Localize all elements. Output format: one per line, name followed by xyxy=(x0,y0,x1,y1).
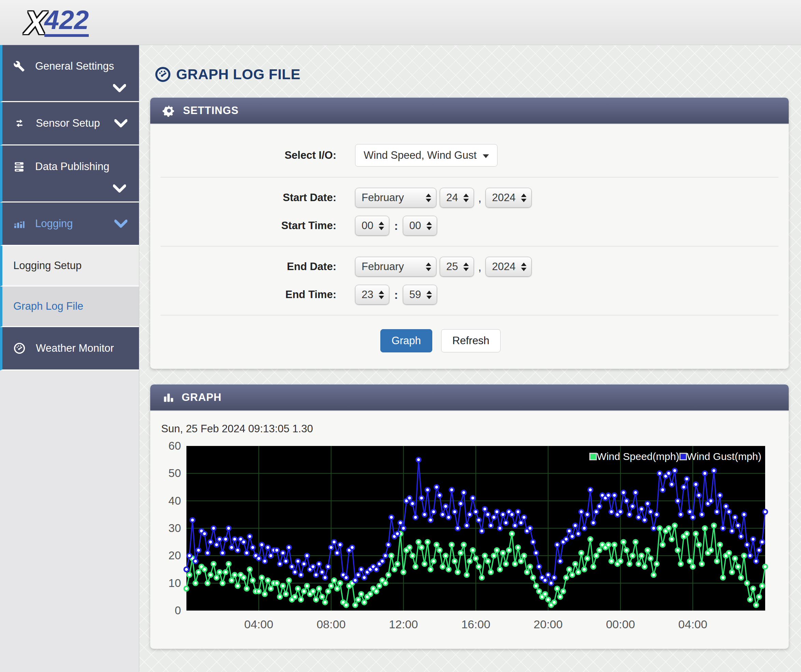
settings-panel-header: SETTINGS xyxy=(150,98,789,124)
chevron-down-icon xyxy=(113,84,126,92)
sidebar-filler xyxy=(0,370,139,672)
divider xyxy=(161,315,778,315)
end-hour-select[interactable]: 23 xyxy=(355,285,389,305)
svg-text:30: 30 xyxy=(168,522,181,534)
svg-text:08:00: 08:00 xyxy=(317,618,346,631)
spinner-arrows-icon xyxy=(463,194,469,202)
sidebar-item-label: Weather Monitor xyxy=(36,342,114,354)
start-time-label: Start Time: xyxy=(150,220,355,232)
wind-speed-legend-swatch xyxy=(589,453,597,460)
bars-icon xyxy=(13,218,25,230)
start-hour-select[interactable]: 00 xyxy=(355,216,389,236)
svg-text:04:00: 04:00 xyxy=(679,618,708,631)
sidebar-item-general-settings[interactable]: General Settings xyxy=(0,45,139,102)
select-io-value: Wind Speed, Wind Gust xyxy=(364,149,477,161)
spinner-arrows-icon xyxy=(521,194,526,202)
sidebar-item-logging-setup[interactable]: Logging Setup xyxy=(0,246,139,286)
end-minute-select[interactable]: 59 xyxy=(403,285,437,305)
select-io-dropdown[interactable]: Wind Speed, Wind Gust xyxy=(355,144,497,167)
graph-button[interactable]: Graph xyxy=(380,329,432,352)
refresh-button[interactable]: Refresh xyxy=(441,329,501,352)
dropdown-caret-icon xyxy=(483,154,489,158)
logo-x-glyph: X xyxy=(24,9,47,37)
end-date-label: End Date: xyxy=(150,260,355,273)
start-month-value: February xyxy=(362,191,404,204)
time-colon: : xyxy=(394,288,398,302)
svg-text:20:00: 20:00 xyxy=(534,618,563,631)
start-day-value: 24 xyxy=(446,191,458,204)
end-day-value: 25 xyxy=(446,260,458,273)
wind-chart-canvas: 010203040506004:0008:0012:0016:0020:0000… xyxy=(160,441,778,636)
start-hour-value: 00 xyxy=(362,220,373,232)
divider xyxy=(161,246,778,246)
wrench-icon xyxy=(13,60,25,72)
spinner-arrows-icon xyxy=(426,222,432,230)
wind-chart: 010203040506004:0008:0012:0016:0020:0000… xyxy=(160,441,778,637)
svg-text:00:00: 00:00 xyxy=(606,618,635,631)
graph-panel-header: GRAPH xyxy=(150,384,789,411)
start-date-row: Start Date: February 24 , 2024 xyxy=(150,188,789,207)
settings-actions: Graph Refresh xyxy=(150,329,760,352)
start-day-select[interactable]: 24 xyxy=(440,188,474,207)
chevron-down-icon xyxy=(114,220,127,228)
select-io-label: Select I/O: xyxy=(150,149,355,161)
start-time-row: Start Time: 00 : 00 xyxy=(150,216,789,236)
end-day-select[interactable]: 25 xyxy=(440,257,474,277)
swap-arrows-icon xyxy=(13,117,26,129)
bar-chart-icon xyxy=(162,392,174,403)
svg-text:50: 50 xyxy=(168,467,181,479)
graph-panel-title: GRAPH xyxy=(182,391,222,404)
time-colon: : xyxy=(394,219,398,233)
settings-form: Select I/O: Wind Speed, Wind Gust Start … xyxy=(150,124,789,369)
gear-icon xyxy=(162,104,175,117)
sidebar-item-logging[interactable]: Logging xyxy=(0,203,139,246)
start-minute-select[interactable]: 00 xyxy=(403,216,437,236)
sidebar-item-label: Logging Setup xyxy=(13,259,82,272)
sidebar-item-weather-monitor[interactable]: Weather Monitor xyxy=(0,327,139,370)
start-minute-value: 00 xyxy=(409,220,421,232)
sidebar-item-sensor-setup[interactable]: Sensor Setup xyxy=(0,102,139,145)
start-year-value: 2024 xyxy=(492,191,516,204)
sidebar-item-label: Graph Log File xyxy=(13,300,83,312)
page-title-row: GRAPH LOG FILE xyxy=(155,66,789,83)
svg-text:20: 20 xyxy=(168,549,181,562)
spinner-arrows-icon xyxy=(426,194,431,202)
sidebar-item-label: Data Publishing xyxy=(35,161,109,173)
date-comma: , xyxy=(478,260,481,273)
start-month-select[interactable]: February xyxy=(355,188,436,207)
end-time-label: End Time: xyxy=(150,289,355,301)
gauge-icon xyxy=(13,342,26,354)
end-year-value: 2024 xyxy=(492,260,516,273)
sidebar-item-label: General Settings xyxy=(35,60,114,72)
sidebar-item-label: Logging xyxy=(35,217,73,230)
svg-text:60: 60 xyxy=(168,441,181,452)
graph-body: Sun, 25 Feb 2024 09:13:05 1.30 010203040… xyxy=(150,411,789,649)
sidebar-item-graph-log-file[interactable]: Graph Log File xyxy=(0,286,139,327)
server-icon xyxy=(13,161,25,172)
sidebar-item-label: Sensor Setup xyxy=(36,117,100,129)
svg-text:04:00: 04:00 xyxy=(244,618,273,631)
date-comma: , xyxy=(478,191,481,204)
spinner-arrows-icon xyxy=(426,291,432,299)
graph-timestamp: Sun, 25 Feb 2024 09:13:05 1.30 xyxy=(161,423,779,435)
svg-text:10: 10 xyxy=(168,577,181,589)
graph-panel: GRAPH Sun, 25 Feb 2024 09:13:05 1.30 010… xyxy=(150,384,789,649)
divider xyxy=(161,177,778,178)
sidebar-item-data-publishing[interactable]: Data Publishing xyxy=(0,145,139,203)
end-month-select[interactable]: February xyxy=(355,257,436,277)
wind-speed-legend-label: Wind Speed(mph) xyxy=(597,451,679,462)
chevron-down-icon xyxy=(114,119,127,127)
end-date-row: End Date: February 25 , 2024 xyxy=(150,257,789,277)
end-year-select[interactable]: 2024 xyxy=(486,257,532,277)
x422-logo: X 422 xyxy=(24,8,89,37)
chart-legend: Wind Speed(mph) Wind Gust(mph) xyxy=(589,451,761,462)
wind-gust-legend-label: Wind Gust(mph) xyxy=(687,451,761,462)
svg-text:12:00: 12:00 xyxy=(389,618,418,631)
svg-text:0: 0 xyxy=(175,604,181,617)
end-month-value: February xyxy=(362,260,404,273)
svg-text:40: 40 xyxy=(168,494,181,507)
logo-422-glyph: 422 xyxy=(44,8,89,37)
start-year-select[interactable]: 2024 xyxy=(486,188,532,207)
gauge-icon xyxy=(155,67,171,82)
spinner-arrows-icon xyxy=(379,291,384,299)
